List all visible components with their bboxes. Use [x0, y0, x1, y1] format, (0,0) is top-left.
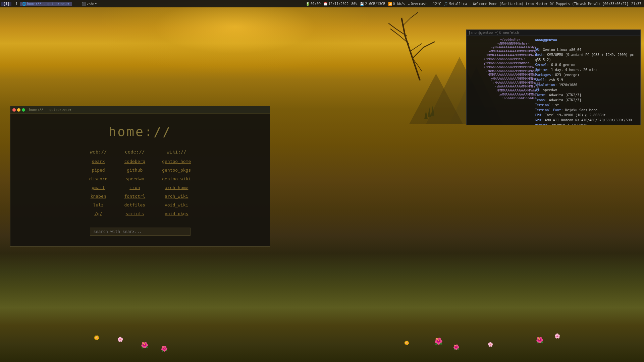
shell-val: zsh 5.9 [549, 78, 563, 82]
net-value: 0 kb/s [393, 2, 405, 6]
host-key: Host: [535, 53, 547, 57]
browser-window[interactable]: home:// - qutebrowser home:// web:// sea… [10, 106, 270, 247]
weather-icon: ☁ [408, 2, 410, 6]
uptime-val: 1 day, 4 hours, 26 mins [551, 68, 597, 72]
battery-pct: 80% [351, 2, 357, 6]
tmux-window-1[interactable]: 1 [13, 2, 19, 6]
icons-key: Icons: [535, 98, 549, 102]
link-searx[interactable]: searx [92, 158, 105, 165]
link-gentoo-home[interactable]: gentoo_home [162, 158, 191, 165]
wm-key: WM: [535, 88, 543, 92]
terminal-icon: ⬛ [82, 2, 86, 6]
link-arch-home[interactable]: arch_home [165, 184, 188, 191]
home-title: home:// [43, 124, 237, 139]
link-fontctrl[interactable]: fontctrl [124, 193, 146, 200]
tree-branch [376, 7, 449, 80]
terminal-titlebar: [anon@gentoo ~]$ neofetch [467, 30, 640, 36]
home-page: home:// web:// searx piped discord gmail… [36, 118, 244, 243]
battery-indicator: 🔋 01:09 [306, 2, 321, 6]
uptime-key: Uptime: [535, 68, 551, 72]
session-label: [1] [3, 2, 9, 6]
net-indicator: 📶 0 kb/s [388, 2, 405, 6]
link-knaben[interactable]: knaben [91, 193, 106, 200]
link-gmail[interactable]: gmail [92, 184, 105, 191]
theme-val: Adwaita [GTK2/3] [549, 93, 581, 97]
tmux-terminal[interactable]: ⬛ zsh:~ [80, 2, 99, 6]
packages-key: Packages: [535, 73, 555, 77]
link-gentoo-pkgs[interactable]: gentoo_pkgs [162, 167, 191, 174]
wiki-column: wiki:// gentoo_home gentoo_pkgs gentoo_w… [162, 149, 191, 218]
ram-indicator: 💾 2.6GB/13GB [360, 2, 385, 6]
wm-val: speedwm [543, 88, 557, 92]
home-links: web:// searx piped discord gmail knaben … [43, 149, 237, 218]
tmux-window-2[interactable]: 🌐 home:// - qutebrowser [20, 2, 71, 6]
tmux-session: [1] [1, 2, 11, 6]
resolution-val: 644x362 [559, 83, 577, 87]
date-value: 12/11/2022 [328, 2, 348, 6]
resolution-key: Resolution: [535, 83, 559, 87]
link-arch-wiki[interactable]: arch_wiki [165, 193, 188, 200]
link-void-pkgs[interactable]: void_pkgs [165, 210, 188, 218]
link-dotfiles[interactable]: dotfiles [124, 201, 146, 209]
music-value: Metallica - Welcome Home (Sanitarium) fr… [449, 2, 629, 6]
neofetch-separator: ------------ [535, 43, 638, 47]
browser-maximize-btn[interactable] [22, 108, 25, 112]
ram-icon: 💾 [360, 2, 364, 6]
icons-val: Adwaita [GTK2/3] [549, 98, 581, 102]
time-value: 21:37 [631, 2, 641, 6]
link-github[interactable]: github [127, 167, 143, 174]
music-indicator: 🎵 Metallica - Welcome Home (Sanitarium) … [444, 2, 629, 6]
kernel-key: Kernel: [535, 63, 551, 67]
svg-marker-2 [409, 74, 463, 124]
svg-marker-3 [428, 107, 431, 117]
svg-marker-4 [431, 106, 434, 116]
terminal-font-val: DejaVu Sans Mono [565, 108, 597, 112]
link-discord[interactable]: discord [89, 175, 108, 183]
kernel-val: 6.0.6-gentoo [551, 63, 575, 67]
os-val: Gentoo Linux x86_64 [543, 48, 581, 52]
battery-icon: 🔋 [306, 2, 310, 6]
terminal-val: st [555, 103, 559, 107]
link-iron[interactable]: iron [129, 184, 140, 191]
neofetch-username: anon@gentoo [535, 38, 638, 43]
link-lulz[interactable]: lulz [93, 201, 103, 209]
link-gentoo-wiki[interactable]: gentoo_wiki [162, 175, 191, 183]
terminal-window[interactable]: [anon@gentoo ~]$ neofetch ~/oyddmdhs+: -… [466, 29, 641, 125]
cpu-key: CPU: [535, 113, 545, 117]
link-g[interactable]: /g/ [94, 210, 102, 218]
link-scripts[interactable]: scripts [125, 210, 144, 218]
terminal-font-key: Terminal Font: [535, 108, 565, 112]
cpu-val: Intel i9-10900 (16) @ 2.808GHz [545, 113, 606, 117]
browser-minimize-btn[interactable] [17, 108, 20, 112]
browser-icon: 🌐 [22, 2, 26, 6]
web-column: web:// searx piped discord gmail knaben … [89, 149, 108, 218]
theme-key: Theme: [535, 93, 549, 97]
browser-title-text: home:// - qutebrowser [29, 108, 71, 112]
gpu-val: AMD ATI Radeon RX 470/480/570/580X/590X/… [545, 118, 632, 122]
memory-key: Memory: [535, 123, 551, 125]
taskbar-left: [1] 1 🌐 home:// - qutebrowser ⬛ zsh:~ [0, 2, 99, 6]
shell-key: Shell: [535, 78, 549, 82]
os-key: OS: [535, 48, 543, 52]
link-speedwm[interactable]: speedwm [125, 175, 144, 183]
code-column-header: code:// [125, 149, 145, 155]
net-icon: 📶 [388, 2, 392, 6]
terminal-content: ~/oyddmdhs+: -oNMMMNNNMMMNmhy+- -yMNAAAA… [467, 36, 640, 125]
link-piped[interactable]: piped [92, 167, 105, 174]
browser-close-btn[interactable] [12, 108, 16, 112]
calendar-icon: 📅 [323, 2, 327, 6]
wiki-column-header: wiki:// [167, 149, 186, 155]
search-input[interactable] [90, 228, 191, 236]
terminal-title-text: [anon@gentoo ~]$ neofetch [469, 31, 519, 35]
music-icon: 🎵 [444, 2, 448, 6]
packages-val: 823 (emerge) [555, 73, 579, 77]
bat-pct-value: 80% [351, 2, 357, 6]
desktop: 🌺 🌺 🌺 🌺 🌺 🌸 🌸 🌸 🌼 🌼 [1] 1 🌐 home:// - qu… [0, 0, 644, 362]
neofetch-ascii-art: ~/oyddmdhs+: -oNMMMNNNMMMNmhy+- -yMNAAAA… [469, 38, 531, 123]
battery-time: 01:09 [311, 2, 321, 6]
window-1-label: 1 [15, 2, 17, 6]
link-codeberg[interactable]: codeberg [124, 158, 146, 165]
link-void-wiki[interactable]: void_wiki [165, 201, 188, 209]
terminal-label: zsh:~ [87, 2, 97, 6]
browser-titlebar: home:// - qutebrowser [10, 106, 270, 114]
